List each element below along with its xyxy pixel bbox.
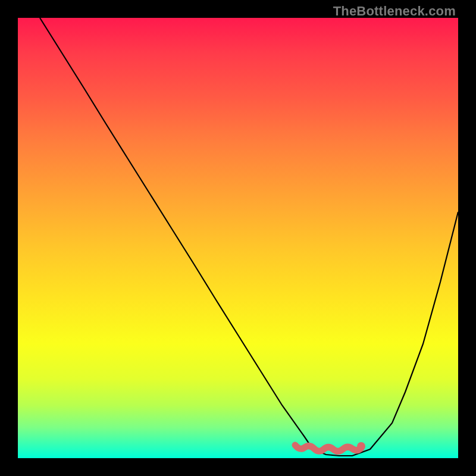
plot-area — [18, 18, 458, 458]
optimal-range-marker — [295, 442, 365, 452]
svg-point-0 — [357, 442, 365, 450]
chart-frame: TheBottleneck.com — [0, 0, 476, 476]
watermark-text: TheBottleneck.com — [333, 4, 456, 19]
bottleneck-curve — [40, 18, 458, 456]
chart-svg — [18, 18, 458, 458]
